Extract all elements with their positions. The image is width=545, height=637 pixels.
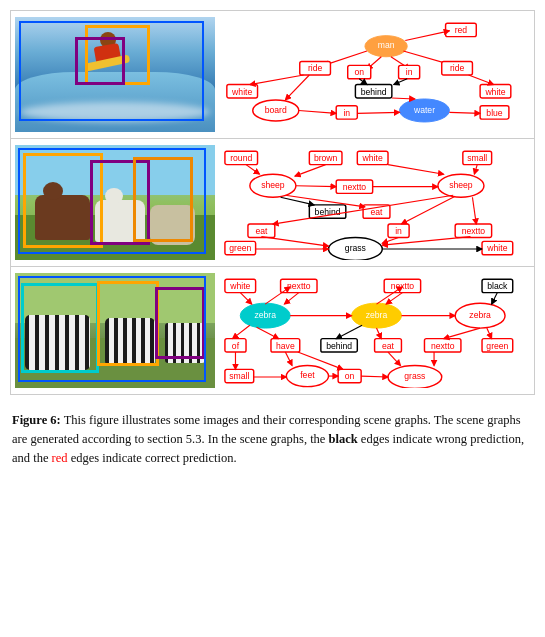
svg-text:white: white [486, 243, 507, 253]
svg-line-34 [394, 79, 407, 85]
svg-text:white: white [231, 87, 252, 97]
svg-text:sheep: sheep [261, 180, 285, 190]
svg-text:red: red [455, 25, 468, 35]
svg-text:feet: feet [300, 370, 315, 380]
svg-line-121 [257, 327, 279, 339]
graph-zebra: white nextto nextto black zebra zeb [223, 273, 530, 388]
svg-line-35 [469, 75, 494, 85]
svg-text:white: white [484, 87, 505, 97]
svg-line-124 [444, 328, 480, 339]
svg-line-73 [401, 196, 455, 224]
scene-rows: red man ride [10, 10, 535, 395]
svg-text:in: in [395, 226, 402, 236]
svg-text:grass: grass [404, 371, 425, 381]
svg-line-74 [472, 197, 476, 224]
svg-line-39 [392, 98, 415, 99]
svg-text:nextto: nextto [287, 281, 311, 291]
svg-line-37 [357, 112, 399, 113]
svg-line-55 [295, 165, 326, 177]
svg-line-32 [285, 75, 309, 100]
svg-text:ride: ride [450, 64, 465, 74]
svg-text:nextto: nextto [343, 182, 367, 192]
svg-text:zebra: zebra [469, 310, 491, 320]
svg-line-31 [250, 75, 304, 85]
svg-text:ride: ride [308, 64, 323, 74]
svg-line-101 [284, 293, 298, 305]
caption-text-3: edges indicate correct prediction. [68, 451, 237, 465]
svg-text:brown: brown [314, 153, 338, 163]
svg-text:blue: blue [486, 108, 503, 118]
svg-text:man: man [378, 40, 395, 50]
svg-line-4 [405, 31, 449, 41]
svg-line-137 [388, 352, 400, 365]
svg-text:nextto: nextto [391, 281, 415, 291]
svg-line-125 [487, 328, 492, 339]
scene-row-surf: red man ride [11, 11, 534, 139]
figure-caption: Figure 6: This figure illustrates some i… [10, 405, 535, 473]
figure-container: red man ride [10, 10, 535, 473]
scene-row-sheep: round brown white small sheep nextt [11, 139, 534, 267]
svg-line-36 [299, 110, 336, 113]
svg-line-139 [361, 376, 388, 377]
caption-red-text: red [52, 451, 68, 465]
svg-text:have: have [276, 341, 295, 351]
svg-text:behind: behind [326, 341, 352, 351]
svg-text:eat: eat [382, 341, 395, 351]
scene-row-zebra: white nextto nextto black zebra zeb [11, 267, 534, 394]
svg-line-100 [240, 293, 252, 305]
graph-surf: red man ride [223, 17, 530, 132]
svg-line-72 [273, 195, 453, 224]
svg-text:zebra: zebra [254, 310, 276, 320]
svg-text:black: black [487, 281, 508, 291]
svg-line-56 [388, 165, 444, 175]
svg-line-106 [265, 287, 290, 304]
svg-text:eat: eat [255, 226, 268, 236]
graph-sheep: round brown white small sheep nextt [223, 145, 530, 260]
svg-text:sheep: sheep [449, 180, 473, 190]
svg-text:grass: grass [345, 243, 366, 253]
svg-text:in: in [406, 67, 413, 77]
svg-line-54 [246, 165, 259, 175]
image-surf [15, 17, 215, 132]
svg-line-120 [233, 325, 250, 338]
svg-text:nextto: nextto [462, 226, 486, 236]
svg-line-57 [474, 165, 477, 175]
svg-text:in: in [343, 108, 350, 118]
svg-text:on: on [354, 67, 364, 77]
svg-line-135 [285, 352, 292, 365]
svg-line-83 [382, 238, 398, 244]
svg-line-103 [492, 293, 498, 305]
svg-text:nextto: nextto [431, 341, 455, 351]
image-zebra [15, 273, 215, 388]
image-sheep [15, 145, 215, 260]
svg-line-102 [386, 293, 402, 305]
svg-text:round: round [230, 153, 252, 163]
svg-line-82 [261, 237, 328, 247]
svg-text:green: green [486, 341, 508, 351]
figure-label: Figure 6: [12, 413, 61, 427]
svg-text:green: green [229, 243, 251, 253]
svg-text:on: on [345, 371, 355, 381]
svg-text:behind: behind [361, 87, 387, 97]
svg-line-38 [449, 112, 480, 113]
svg-line-123 [377, 328, 382, 339]
svg-line-58 [296, 186, 336, 187]
svg-line-122 [336, 325, 362, 338]
caption-bold-text: black [329, 432, 358, 446]
svg-text:small: small [467, 153, 487, 163]
svg-text:small: small [229, 371, 249, 381]
svg-text:white: white [362, 153, 383, 163]
svg-text:zebra: zebra [366, 310, 388, 320]
svg-text:water: water [413, 105, 435, 115]
svg-text:of: of [232, 341, 240, 351]
svg-text:board: board [265, 105, 287, 115]
svg-line-33 [359, 79, 367, 85]
svg-text:white: white [229, 281, 250, 291]
